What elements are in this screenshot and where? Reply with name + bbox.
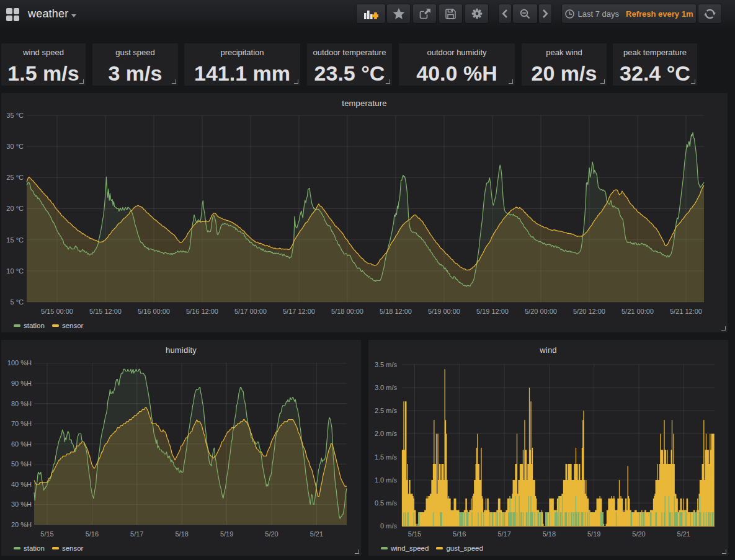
svg-text:70 %H: 70 %H: [11, 420, 32, 427]
svg-text:5/19 12:00: 5/19 12:00: [476, 308, 509, 315]
svg-text:5/21 12:00: 5/21 12:00: [670, 308, 702, 315]
svg-text:5/18: 5/18: [175, 530, 188, 538]
svg-text:5/18: 5/18: [543, 530, 556, 538]
svg-text:1.0 m/s: 1.0 m/s: [375, 476, 398, 484]
svg-text:5/19: 5/19: [220, 530, 233, 538]
svg-text:60 %H: 60 %H: [11, 440, 32, 448]
svg-text:5/20 00:00: 5/20 00:00: [525, 308, 557, 315]
svg-text:5/21: 5/21: [310, 530, 323, 538]
svg-text:10 °C: 10 °C: [6, 267, 24, 275]
svg-text:5/20: 5/20: [632, 530, 645, 538]
svg-text:3.5 m/s: 3.5 m/s: [375, 361, 398, 368]
svg-text:15 °C: 15 °C: [6, 236, 24, 244]
svg-text:5/19: 5/19: [587, 530, 600, 538]
svg-text:2.0 m/s: 2.0 m/s: [375, 430, 398, 437]
svg-text:50 %H: 50 %H: [11, 460, 32, 468]
svg-text:90 %H: 90 %H: [11, 380, 32, 387]
svg-text:5/17 00:00: 5/17 00:00: [234, 308, 267, 315]
svg-text:5/16: 5/16: [86, 530, 99, 538]
svg-text:5/18 00:00: 5/18 00:00: [331, 308, 363, 315]
svg-text:5/20: 5/20: [265, 530, 278, 538]
svg-text:5/15 00:00: 5/15 00:00: [41, 308, 73, 315]
svg-text:20 °C: 20 °C: [6, 205, 24, 212]
svg-text:5/21: 5/21: [677, 530, 690, 538]
svg-text:0 m/s: 0 m/s: [380, 522, 397, 530]
svg-text:1.5 m/s: 1.5 m/s: [375, 453, 398, 461]
svg-text:0.5 m/s: 0.5 m/s: [375, 499, 398, 507]
svg-text:5/17: 5/17: [130, 530, 143, 538]
svg-text:25 °C: 25 °C: [6, 174, 24, 181]
svg-text:5/16 12:00: 5/16 12:00: [186, 308, 218, 315]
svg-text:5/20 12:00: 5/20 12:00: [573, 308, 605, 315]
svg-text:5/18 12:00: 5/18 12:00: [380, 308, 412, 315]
svg-text:5/19 00:00: 5/19 00:00: [428, 308, 460, 315]
svg-text:3.0 m/s: 3.0 m/s: [375, 384, 398, 391]
svg-text:30 %H: 30 %H: [11, 500, 32, 508]
svg-text:5/15: 5/15: [40, 530, 53, 538]
svg-text:40 %H: 40 %H: [11, 481, 32, 488]
svg-text:5/17: 5/17: [497, 530, 510, 538]
svg-text:5/21 00:00: 5/21 00:00: [621, 308, 654, 315]
svg-text:80 %H: 80 %H: [11, 400, 32, 407]
svg-text:5/16: 5/16: [453, 530, 466, 538]
svg-text:35 °C: 35 °C: [6, 112, 24, 119]
svg-text:5/15 12:00: 5/15 12:00: [89, 308, 122, 315]
svg-text:20 %H: 20 %H: [11, 521, 32, 528]
svg-text:5/16 00:00: 5/16 00:00: [138, 308, 170, 315]
svg-text:5/17 12:00: 5/17 12:00: [283, 308, 315, 315]
svg-text:2.5 m/s: 2.5 m/s: [375, 407, 398, 414]
svg-text:30 °C: 30 °C: [6, 143, 24, 150]
svg-text:100 %H: 100 %H: [7, 359, 32, 367]
svg-text:5 °C: 5 °C: [10, 298, 24, 306]
svg-text:5/15: 5/15: [408, 530, 421, 538]
